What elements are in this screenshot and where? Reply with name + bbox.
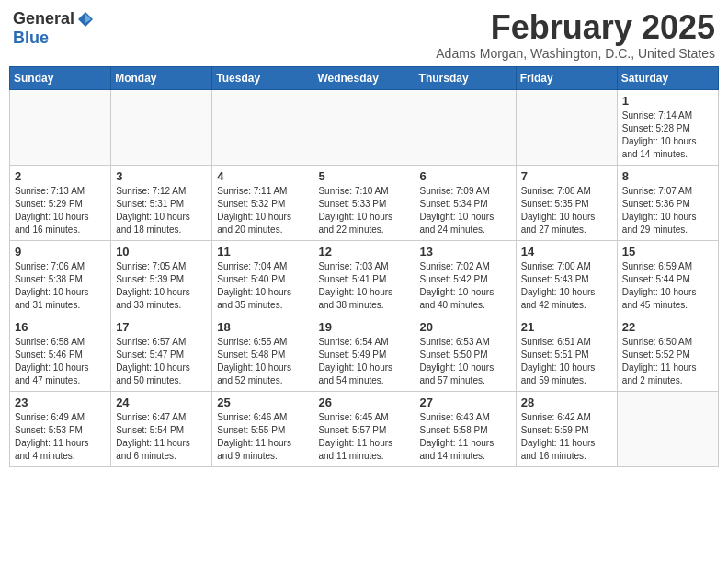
calendar-cell bbox=[313, 89, 415, 165]
calendar-cell: 15Sunrise: 6:59 AM Sunset: 5:44 PM Dayli… bbox=[617, 240, 718, 316]
calendar-cell bbox=[111, 89, 212, 165]
day-number: 4 bbox=[217, 169, 308, 183]
calendar-cell: 11Sunrise: 7:04 AM Sunset: 5:40 PM Dayli… bbox=[212, 240, 313, 316]
day-number: 23 bbox=[15, 396, 106, 409]
calendar-cell: 17Sunrise: 6:57 AM Sunset: 5:47 PM Dayli… bbox=[111, 316, 212, 391]
day-number: 14 bbox=[521, 245, 612, 259]
calendar-cell: 20Sunrise: 6:53 AM Sunset: 5:50 PM Dayli… bbox=[415, 316, 516, 391]
day-info: Sunrise: 7:00 AM Sunset: 5:43 PM Dayligh… bbox=[521, 260, 612, 312]
day-info: Sunrise: 7:07 AM Sunset: 5:36 PM Dayligh… bbox=[622, 185, 713, 236]
calendar-cell: 5Sunrise: 7:10 AM Sunset: 5:33 PM Daylig… bbox=[313, 165, 415, 240]
day-info: Sunrise: 7:08 AM Sunset: 5:35 PM Dayligh… bbox=[521, 185, 612, 236]
calendar-table: SundayMondayTuesdayWednesdayThursdayFrid… bbox=[9, 66, 719, 467]
day-number: 5 bbox=[318, 169, 409, 183]
day-number: 20 bbox=[420, 320, 511, 334]
calendar-cell: 19Sunrise: 6:54 AM Sunset: 5:49 PM Dayli… bbox=[313, 316, 415, 391]
logo: General bbox=[13, 9, 95, 29]
calendar-week-2: 2Sunrise: 7:13 AM Sunset: 5:29 PM Daylig… bbox=[10, 165, 719, 240]
calendar-cell: 3Sunrise: 7:12 AM Sunset: 5:31 PM Daylig… bbox=[111, 165, 212, 240]
calendar-cell: 18Sunrise: 6:55 AM Sunset: 5:48 PM Dayli… bbox=[212, 316, 313, 391]
calendar-header-row: SundayMondayTuesdayWednesdayThursdayFrid… bbox=[10, 66, 719, 89]
day-number: 7 bbox=[521, 169, 612, 183]
calendar-cell: 10Sunrise: 7:05 AM Sunset: 5:39 PM Dayli… bbox=[111, 240, 212, 316]
calendar-cell: 22Sunrise: 6:50 AM Sunset: 5:52 PM Dayli… bbox=[617, 316, 718, 391]
day-info: Sunrise: 7:06 AM Sunset: 5:38 PM Dayligh… bbox=[15, 260, 106, 312]
calendar-cell: 1Sunrise: 7:14 AM Sunset: 5:28 PM Daylig… bbox=[617, 89, 718, 165]
day-info: Sunrise: 6:54 AM Sunset: 5:49 PM Dayligh… bbox=[318, 336, 409, 387]
calendar-cell: 27Sunrise: 6:43 AM Sunset: 5:58 PM Dayli… bbox=[415, 391, 516, 466]
day-number: 22 bbox=[622, 320, 713, 334]
day-info: Sunrise: 7:03 AM Sunset: 5:41 PM Dayligh… bbox=[318, 260, 409, 312]
day-of-week-friday: Friday bbox=[516, 66, 617, 89]
day-of-week-wednesday: Wednesday bbox=[313, 66, 415, 89]
day-number: 3 bbox=[116, 169, 207, 183]
day-number: 16 bbox=[15, 320, 106, 334]
day-of-week-sunday: Sunday bbox=[10, 66, 111, 89]
day-info: Sunrise: 7:10 AM Sunset: 5:33 PM Dayligh… bbox=[318, 185, 409, 236]
day-number: 9 bbox=[15, 245, 106, 259]
day-info: Sunrise: 6:47 AM Sunset: 5:54 PM Dayligh… bbox=[116, 411, 207, 463]
day-number: 21 bbox=[521, 320, 612, 334]
logo-area: General Blue bbox=[13, 9, 95, 48]
day-number: 12 bbox=[318, 245, 409, 259]
calendar-cell: 6Sunrise: 7:09 AM Sunset: 5:34 PM Daylig… bbox=[415, 165, 516, 240]
day-info: Sunrise: 7:04 AM Sunset: 5:40 PM Dayligh… bbox=[217, 260, 308, 312]
day-number: 15 bbox=[622, 245, 713, 259]
calendar-cell bbox=[212, 89, 313, 165]
day-info: Sunrise: 7:11 AM Sunset: 5:32 PM Dayligh… bbox=[217, 185, 308, 236]
calendar-week-4: 16Sunrise: 6:58 AM Sunset: 5:46 PM Dayli… bbox=[10, 316, 719, 391]
day-info: Sunrise: 7:13 AM Sunset: 5:29 PM Dayligh… bbox=[15, 185, 106, 236]
calendar-cell: 9Sunrise: 7:06 AM Sunset: 5:38 PM Daylig… bbox=[10, 240, 111, 316]
day-info: Sunrise: 6:46 AM Sunset: 5:55 PM Dayligh… bbox=[217, 411, 308, 463]
day-number: 17 bbox=[116, 320, 207, 334]
day-number: 19 bbox=[318, 320, 409, 334]
day-number: 11 bbox=[217, 245, 308, 259]
day-info: Sunrise: 6:51 AM Sunset: 5:51 PM Dayligh… bbox=[521, 336, 612, 387]
calendar-week-1: 1Sunrise: 7:14 AM Sunset: 5:28 PM Daylig… bbox=[10, 89, 719, 165]
calendar-week-5: 23Sunrise: 6:49 AM Sunset: 5:53 PM Dayli… bbox=[10, 391, 719, 466]
calendar-cell: 26Sunrise: 6:45 AM Sunset: 5:57 PM Dayli… bbox=[313, 391, 415, 466]
calendar-cell: 13Sunrise: 7:02 AM Sunset: 5:42 PM Dayli… bbox=[415, 240, 516, 316]
calendar-cell: 14Sunrise: 7:00 AM Sunset: 5:43 PM Dayli… bbox=[516, 240, 617, 316]
day-number: 18 bbox=[217, 320, 308, 334]
day-info: Sunrise: 7:12 AM Sunset: 5:31 PM Dayligh… bbox=[116, 185, 207, 236]
day-info: Sunrise: 6:53 AM Sunset: 5:50 PM Dayligh… bbox=[420, 336, 511, 387]
calendar-cell: 21Sunrise: 6:51 AM Sunset: 5:51 PM Dayli… bbox=[516, 316, 617, 391]
day-info: Sunrise: 6:42 AM Sunset: 5:59 PM Dayligh… bbox=[521, 411, 612, 463]
day-info: Sunrise: 6:55 AM Sunset: 5:48 PM Dayligh… bbox=[217, 336, 308, 387]
day-number: 2 bbox=[15, 169, 106, 183]
day-number: 10 bbox=[116, 245, 207, 259]
day-info: Sunrise: 6:57 AM Sunset: 5:47 PM Dayligh… bbox=[116, 336, 207, 387]
calendar-cell: 4Sunrise: 7:11 AM Sunset: 5:32 PM Daylig… bbox=[212, 165, 313, 240]
logo-blue-text: Blue bbox=[13, 29, 49, 48]
day-number: 8 bbox=[622, 169, 713, 183]
calendar-cell: 12Sunrise: 7:03 AM Sunset: 5:41 PM Dayli… bbox=[313, 240, 415, 316]
day-of-week-saturday: Saturday bbox=[617, 66, 718, 89]
calendar-cell bbox=[516, 89, 617, 165]
day-info: Sunrise: 7:14 AM Sunset: 5:28 PM Dayligh… bbox=[622, 109, 713, 161]
logo-general-text: General bbox=[13, 9, 74, 29]
calendar-cell: 7Sunrise: 7:08 AM Sunset: 5:35 PM Daylig… bbox=[516, 165, 617, 240]
day-of-week-thursday: Thursday bbox=[415, 66, 516, 89]
day-info: Sunrise: 6:49 AM Sunset: 5:53 PM Dayligh… bbox=[15, 411, 106, 463]
logo-icon bbox=[76, 10, 95, 29]
day-info: Sunrise: 7:02 AM Sunset: 5:42 PM Dayligh… bbox=[420, 260, 511, 312]
day-info: Sunrise: 6:58 AM Sunset: 5:46 PM Dayligh… bbox=[15, 336, 106, 387]
calendar-cell bbox=[415, 89, 516, 165]
month-title: February 2025 bbox=[436, 9, 715, 46]
day-number: 26 bbox=[318, 396, 409, 409]
day-number: 25 bbox=[217, 396, 308, 409]
day-number: 6 bbox=[420, 169, 511, 183]
calendar-cell bbox=[10, 89, 111, 165]
calendar-cell: 8Sunrise: 7:07 AM Sunset: 5:36 PM Daylig… bbox=[617, 165, 718, 240]
day-info: Sunrise: 6:59 AM Sunset: 5:44 PM Dayligh… bbox=[622, 260, 713, 312]
day-number: 27 bbox=[420, 396, 511, 409]
day-number: 1 bbox=[622, 94, 713, 108]
calendar-cell bbox=[617, 391, 718, 466]
day-of-week-monday: Monday bbox=[111, 66, 212, 89]
title-area: February 2025 Adams Morgan, Washington, … bbox=[436, 9, 715, 61]
day-info: Sunrise: 6:43 AM Sunset: 5:58 PM Dayligh… bbox=[420, 411, 511, 463]
day-number: 13 bbox=[420, 245, 511, 259]
calendar-cell: 28Sunrise: 6:42 AM Sunset: 5:59 PM Dayli… bbox=[516, 391, 617, 466]
day-number: 24 bbox=[116, 396, 207, 409]
